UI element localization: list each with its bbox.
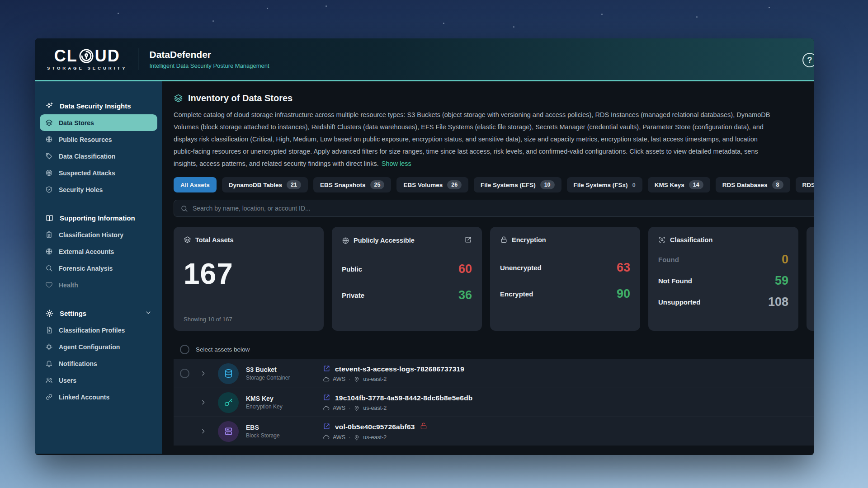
layers-icon [184, 236, 191, 244]
sidebar-section-label: Supporting Information [60, 214, 135, 222]
description-line: displays risk classification (Critical, … [174, 133, 770, 145]
provider-label: AWS [333, 405, 345, 411]
app-name: DataDefender [149, 49, 269, 60]
open-asset-link[interactable] [323, 365, 330, 374]
expand-row-button[interactable] [200, 399, 218, 406]
stat-card-header: Publicly Accessible [342, 236, 472, 245]
sidebar-section-data-security-insights[interactable]: Data Security Insights [40, 98, 157, 114]
app-title-block: DataDefender Intelligent Data Security P… [149, 49, 269, 69]
external-link-icon [323, 422, 330, 430]
logo-subtitle: STORAGE SECURITY [47, 66, 127, 70]
open-asset-link[interactable] [323, 394, 330, 403]
location-pin-icon [354, 376, 360, 382]
external-link-icon[interactable] [464, 236, 472, 245]
region-label: us-east-2 [363, 434, 387, 441]
clipboard-icon [45, 231, 53, 239]
page-title-row: Inventory of Data Stores [174, 93, 814, 103]
main-content: Inventory of Data Stores Complete catalo… [162, 81, 814, 454]
asset-row-kms-key[interactable]: KMS Key Encryption Key 19c104fb-3778-4a5… [174, 388, 814, 417]
tab-label: KMS Keys [655, 182, 684, 188]
tab-file-systems-efs-[interactable]: File Systems (EFS) 10 [474, 177, 561, 192]
sidebar-item-linked-accounts[interactable]: Linked Accounts [40, 389, 157, 405]
sidebar-item-forensic-analysis[interactable]: Forensic Analysis [40, 260, 157, 277]
sidebar-section-settings[interactable]: Settings [40, 305, 157, 322]
tab-label: RDS Snapshots [802, 182, 814, 188]
asset-type: S3 Bucket [246, 366, 323, 373]
tab-all-assets[interactable]: All Assets [174, 177, 217, 192]
description-line: public-facing resources or unencrypted s… [174, 145, 770, 158]
sidebar-item-public-resources[interactable]: Public Resources [40, 131, 157, 148]
layers-icon [45, 119, 53, 127]
sidebar-item-users[interactable]: Users [40, 372, 157, 389]
meta-separator: · [349, 405, 350, 411]
sidebar-item-classification-history[interactable]: Classification History [40, 226, 157, 243]
expand-row-button[interactable] [200, 370, 218, 377]
row-checkbox[interactable] [180, 369, 189, 378]
provider-label: AWS [333, 376, 345, 382]
heart-icon [45, 281, 53, 289]
asset-name[interactable]: ctevent-s3-access-logs-782686737319 [335, 365, 464, 373]
globe-icon [45, 248, 53, 255]
tab-ebs-snapshots[interactable]: EBS Snapshots 25 [313, 177, 391, 192]
sidebar-item-data-stores[interactable]: Data Stores [40, 114, 157, 131]
meta-separator: · [349, 376, 350, 382]
tab-ebs-volumes[interactable]: EBS Volumes 26 [396, 177, 468, 192]
search-input[interactable] [193, 205, 814, 212]
stat-card-classification: Classification Found 0 Not Found 59 Unsu… [648, 227, 798, 331]
logo-wordmark: CL UD [54, 48, 120, 64]
sidebar-item-external-accounts[interactable]: External Accounts [40, 243, 157, 260]
tab-count-badge: 26 [447, 180, 462, 189]
tab-count-badge: 10 [540, 180, 555, 189]
chevron-down-icon [145, 309, 152, 316]
sidebar-item-notifications[interactable]: Notifications [40, 355, 157, 372]
stat-card-header: Total Assets [184, 236, 314, 244]
stat-row-label: Encrypted [500, 290, 533, 298]
open-asset-link[interactable] [323, 422, 330, 432]
external-link-icon [323, 365, 330, 372]
tab-dynamodb-tables[interactable]: DynamoDB Tables 21 [222, 177, 308, 192]
asset-row-ebs[interactable]: EBS Block Storage vol-0b5e40c95726abf63 … [174, 417, 814, 446]
stat-card-title: Encryption [512, 236, 546, 244]
header-divider [138, 48, 138, 70]
sidebar-item-agent-configuration[interactable]: Agent Configuration [40, 338, 157, 355]
sidebar-item-label: External Accounts [59, 248, 114, 255]
help-button[interactable]: ? [802, 53, 814, 67]
select-all-checkbox[interactable] [180, 345, 189, 354]
tab-rds-snapshots[interactable]: RDS Snapshots [796, 177, 814, 192]
sidebar-item-health[interactable]: Health [40, 277, 157, 293]
sidebar-item-classification-profiles[interactable]: Classification Profiles [40, 322, 157, 338]
ebs-avatar [218, 421, 239, 442]
sidebar-section-supporting-information[interactable]: Supporting Information [40, 210, 157, 226]
logo-text: UD [95, 48, 120, 64]
asset-name[interactable]: 19c104fb-3778-4a59-8442-8dc6b8e5e6db [335, 394, 472, 402]
chevron-right-icon [200, 370, 207, 377]
sidebar-item-security-holes[interactable]: Security Holes [40, 181, 157, 198]
sidebar-item-suspected-attacks[interactable]: Suspected Attacks [40, 164, 157, 181]
sidebar-item-data-classification[interactable]: Data Classification [40, 148, 157, 164]
key-icon [223, 397, 234, 408]
search-bar [174, 200, 814, 217]
tab-label: DynamoDB Tables [229, 182, 282, 188]
sidebar-section-label: Data Security Insights [60, 102, 131, 110]
expand-row-button[interactable] [200, 428, 218, 435]
cloud-provider-icon [323, 405, 330, 412]
asset-row-s3-bucket[interactable]: S3 Bucket Storage Container ctevent-s3-a… [174, 359, 814, 388]
link-icon [45, 393, 53, 401]
stat-row: Found 0 [658, 252, 788, 267]
tab-count: 0 [632, 182, 636, 188]
asset-type-block: EBS Block Storage [246, 424, 323, 439]
asset-name[interactable]: vol-0b5e40c95726abf63 [335, 423, 415, 431]
tab-rds-databases[interactable]: RDS Databases 8 [716, 177, 790, 192]
s3-avatar [218, 363, 239, 384]
show-less-link[interactable]: Show less [382, 160, 411, 167]
app-window: CL UD STORAGE SECURITY DataDefender Inte… [35, 38, 814, 455]
logo-text: CL [54, 48, 78, 64]
tab-file-systems-fsx-[interactable]: File Systems (FSx) 0 [567, 177, 642, 192]
tab-kms-keys[interactable]: KMS Keys 14 [648, 177, 710, 192]
sparkles-icon [45, 102, 54, 110]
asset-type-tabs: All Assets DynamoDB Tables 21 EBS Snapsh… [174, 177, 814, 192]
server-icon [223, 426, 234, 436]
sidebar-item-label: Classification Profiles [59, 327, 125, 334]
stat-row: Unencrypted 63 [500, 260, 630, 275]
stat-row: Encrypted 90 [500, 286, 630, 301]
